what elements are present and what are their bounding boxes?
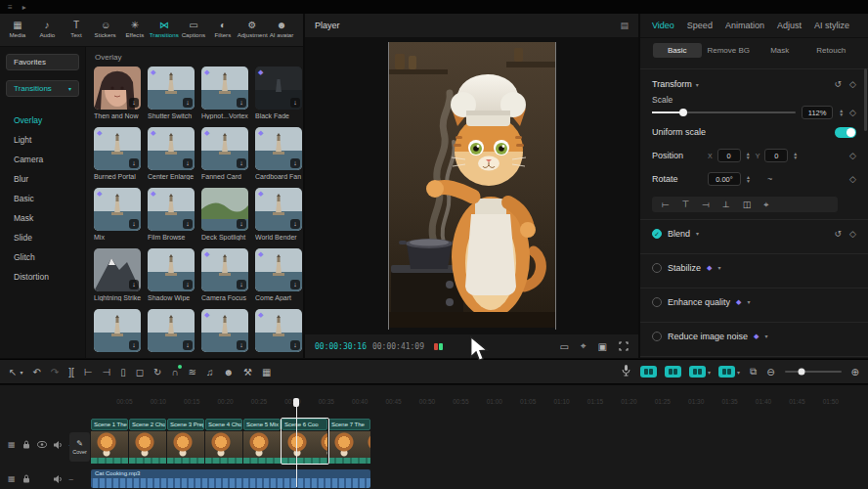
keyboard-shortcuts-icon[interactable]: ▦ [262,367,271,378]
transition-card-shutter-switch[interactable]: ◆ ↓ [148,67,195,110]
timeline-zoom-in-icon[interactable]: ⊕ [851,367,859,378]
cover-button[interactable]: ✎ Cover [69,432,90,462]
transition-card-black-fade[interactable]: ◆ ↓ [255,67,302,110]
speaker-icon[interactable] [54,475,63,483]
auto-snap-toggle-dropdown-icon[interactable]: ▾ [708,369,711,376]
mirror-display-icon[interactable]: ⧉ [750,366,757,378]
transition-card-camera-focus[interactable]: ◆ ↓ [201,248,248,291]
rotate-value[interactable]: 0.00° [708,172,741,186]
transition-card-center-enlarge[interactable]: ◆ ↓ [148,127,195,170]
audio-clip[interactable]: Cat Cooking.mp3 [91,469,370,478]
player-canvas[interactable] [305,38,638,333]
transition-card-film-browse[interactable]: ◆ ↓ [148,188,195,231]
rotate-keyframe-icon[interactable]: ◇ [849,174,856,184]
scale-slider[interactable] [652,111,796,113]
uniform-scale-toggle[interactable] [835,127,856,138]
blend-keyframe-icon[interactable]: ◇ [849,229,856,239]
position-x-stepper[interactable]: ▲▼ [746,152,751,159]
scene-marker-scene-7-the[interactable]: Scene 7 The [328,419,370,430]
transition-card-world-bender[interactable]: ◆ ↓ [255,188,302,231]
sidebar-item-basic[interactable]: Basic [0,189,85,208]
undo-icon[interactable]: ↶ [32,367,40,378]
rotate-stepper[interactable]: ▲▼ [746,175,751,183]
tab-animation[interactable]: Animation [725,21,764,30]
align-top-icon[interactable]: ⊥ [722,200,730,209]
sidebar-item-glitch[interactable]: Glitch [0,247,85,267]
scale-value[interactable]: 112% [802,106,833,119]
timeline-ruler[interactable]: 00:0500:1000:1500:2000:2500:3000:3500:40… [91,398,868,410]
video-clip-scene-4-cho[interactable] [205,431,242,464]
rotate-dial-icon[interactable]: ~ [767,174,772,184]
transitions-dropdown[interactable]: Transitions ▾ [6,80,79,97]
align-middle-icon[interactable]: ◫ [743,200,752,209]
toolbar-captions[interactable]: ▭ Captions [179,21,208,39]
delete-right-icon[interactable]: ⊣ [102,367,110,378]
split-icon[interactable]: ][ [68,367,74,378]
toolbar-ai-avatar[interactable]: ☻ AI avatar [267,21,296,39]
blend-expand-icon[interactable]: ▾ [696,230,699,237]
sidebar-item-light[interactable]: Light [0,130,85,150]
timeline-zoom-out-icon[interactable]: ⊖ [766,367,774,378]
align-center-h-icon[interactable]: ⊤ [681,200,689,209]
transition-card-hypnot-vortex[interactable]: ◆ ↓ [201,67,248,110]
video-preview[interactable] [388,42,556,330]
transition-tool-icon[interactable]: ≋ [189,367,196,378]
video-clip-scene-6-coo[interactable] [282,431,327,464]
align-left-icon[interactable]: ⟝ [662,200,669,210]
adjust-tool-icon[interactable]: ⚒ [243,367,252,378]
toolbar-filters[interactable]: ◐ Filters [208,21,238,39]
collapse-icon[interactable]: – [69,474,73,483]
enhance-quality-checkbox[interactable] [652,297,662,307]
align-right-icon[interactable]: ⟞ [702,200,709,210]
position-y-value[interactable]: 0 [764,149,788,162]
transition-card-deck-spotlight[interactable]: ↓ [201,188,248,231]
preview-axis-toggle[interactable] [665,366,681,378]
scene-marker-scene-4-cho[interactable]: Scene 4 Cho [205,419,242,430]
delete-left-icon[interactable]: ⊢ [84,367,93,378]
scene-marker-scene-5-mix[interactable]: Scene 5 Mix [243,419,281,430]
position-y-stepper[interactable]: ▲▼ [793,152,798,159]
subtab-mask[interactable]: Mask [756,43,804,58]
transition-card-lightning-strike[interactable]: ↓ [94,248,141,291]
transition-card-cardboard-fan[interactable]: ◆ ↓ [255,127,302,170]
toolbar-adjustment[interactable]: ⚙ Adjustment [238,21,267,39]
transition-card-then-and-now[interactable]: ↓ [94,67,141,110]
link-clips-toggle[interactable] [640,366,657,378]
position-keyframe-icon[interactable]: ◇ [849,151,856,160]
transition-card-come-apart[interactable]: ◆ ↓ [255,248,302,291]
eye-icon[interactable] [37,441,47,448]
auto-snap-toggle[interactable] [689,366,706,378]
lock-icon[interactable] [22,474,30,483]
redo-icon[interactable]: ↷ [51,367,59,378]
fullscreen-icon[interactable] [619,341,629,352]
toolbar-effects[interactable]: ✳ Effects [120,21,150,39]
toolbar-transitions[interactable]: ⋈ Transitions [150,21,179,39]
sidebar-item-distortion[interactable]: Distortion [0,267,85,287]
freeze-frame-icon[interactable]: ◻ [136,367,144,378]
playhead-handle[interactable] [293,398,299,407]
scale-slider-knob[interactable] [679,109,687,116]
timeline-zoom-slider[interactable] [785,371,842,373]
sidebar-item-slide[interactable]: Slide [0,228,85,247]
blend-checkbox[interactable]: ✓ [652,229,662,239]
mic-icon[interactable] [622,363,630,380]
transition-card-transition[interactable]: ↓ [94,309,141,352]
portrait-tool-icon[interactable]: ☻ [223,367,234,378]
sidebar-item-camera[interactable]: Camera [0,150,85,169]
tab-adjust[interactable]: Adjust [777,21,802,30]
transition-card-transition[interactable]: ↓ [148,309,195,352]
transform-reset-icon[interactable]: ↺ [835,79,843,89]
transition-card-shadow-wipe[interactable]: ↓ [148,248,195,291]
subtab-basic[interactable]: Basic [653,43,702,58]
video-clip-scene-5-mix[interactable] [243,431,281,464]
transition-card-burned-portal[interactable]: ◆ ↓ [94,127,141,170]
tab-video[interactable]: Video [652,21,674,30]
mirror-icon[interactable]: ▭ [559,341,568,352]
transition-card-mix[interactable]: ◆ ↓ [94,188,141,231]
lock-icon[interactable] [22,440,30,449]
transform-collapse-icon[interactable]: ▾ [696,81,699,88]
position-x-value[interactable]: 0 [717,149,741,162]
reduce-image-noise-checkbox[interactable] [652,332,662,341]
subtab-retouch[interactable]: Retouch [807,43,856,58]
track-magnet-toggle-dropdown-icon[interactable]: ▾ [737,369,740,376]
